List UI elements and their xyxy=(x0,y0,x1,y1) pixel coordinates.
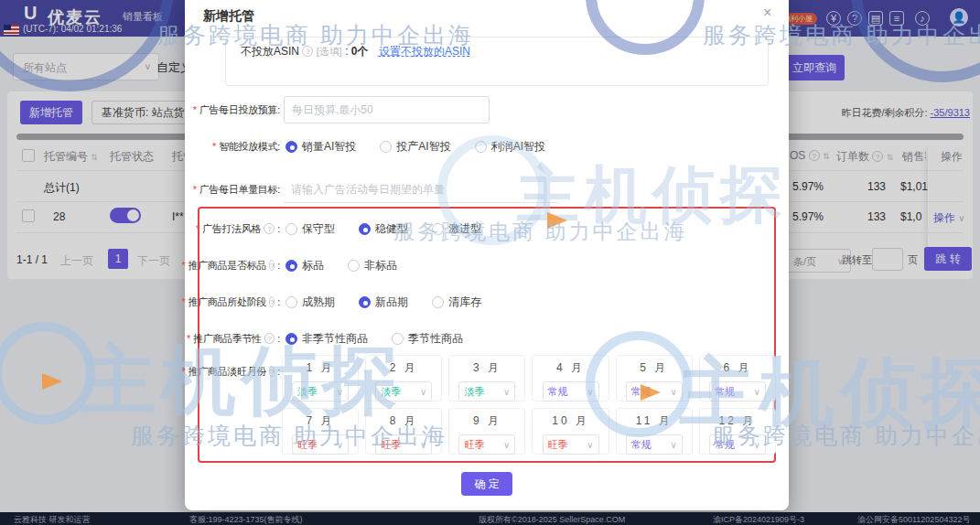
chevron-down-icon: ∨ xyxy=(754,387,760,397)
asin-exclude-row: 不投放ASIN ? [选填] : 0个 设置不投放的ASIN xyxy=(241,44,470,59)
radio-option[interactable]: 利润AI智投 xyxy=(475,139,545,155)
radio-icon xyxy=(359,223,371,235)
month-cell: 6 月常规∨ xyxy=(699,355,776,402)
month-cell: 10 月旺季∨ xyxy=(532,408,608,455)
ad-style-label: *广告打法风格?: xyxy=(187,220,280,238)
season-select[interactable]: 淡季∨ xyxy=(375,381,432,402)
help-icon[interactable]: ? xyxy=(269,260,275,271)
optional-tag: [选填] xyxy=(317,46,342,57)
month-cell: 9 月旺季∨ xyxy=(448,408,525,455)
footer-bar: 云雅科技 研发和运营 客服:199-4223-1735(售前专线) 版权所有©2… xyxy=(0,512,980,525)
radio-option[interactable]: 成熟期 xyxy=(285,295,335,310)
radio-option[interactable]: 保守型 xyxy=(285,221,335,237)
close-icon[interactable]: × xyxy=(763,5,771,21)
add-hosting-modal: 新增托管 × 不投放ASIN ? [选填] : 0个 设置不投放的ASIN *广… xyxy=(185,0,789,510)
radio-icon xyxy=(392,333,404,345)
season-select[interactable]: 旺季∨ xyxy=(543,434,599,455)
radio-option[interactable]: 销量AI智投 xyxy=(285,139,356,155)
radio-option[interactable]: 标品 xyxy=(285,258,324,273)
chevron-down-icon: ∨ xyxy=(587,387,593,397)
season-select[interactable]: 常规∨ xyxy=(709,381,766,402)
month-cell: 12 月常规∨ xyxy=(699,408,776,455)
radio-icon xyxy=(432,296,444,308)
month-cell: 4 月常规∨ xyxy=(532,355,608,402)
smart-mode-label: *智能投放模式: xyxy=(187,137,280,155)
radio-option[interactable]: 新品期 xyxy=(359,295,408,310)
budget-label: *广告每日投放预算: xyxy=(187,96,280,123)
standard-product-label: *推广商品是否标品?: xyxy=(187,256,280,274)
chevron-down-icon: ∨ xyxy=(420,387,426,397)
radio-option[interactable]: 投产AI智投 xyxy=(380,139,450,155)
season-select[interactable]: 旺季∨ xyxy=(292,434,349,455)
radio-icon xyxy=(285,260,297,272)
standard-product-radio-group: 标品 非标品 xyxy=(285,256,397,274)
ad-style-radio-group: 保守型 稳健型 激进型 xyxy=(285,220,481,238)
chevron-down-icon: ∨ xyxy=(503,440,510,450)
chevron-down-icon: ∨ xyxy=(420,440,426,450)
asin-label: 不投放ASIN xyxy=(241,45,299,58)
page: U 优麦云 销量看板 (UTC-7): 04/02 01:21:36 福利小屋 … xyxy=(0,0,980,525)
chevron-down-icon: ∨ xyxy=(337,440,343,450)
smart-mode-radio-group: 销量AI智投 投产AI智投 利润AI智投 xyxy=(285,137,545,155)
season-select[interactable]: 常规∨ xyxy=(543,381,599,402)
radio-option[interactable]: 清库存 xyxy=(432,295,481,310)
radio-icon xyxy=(432,223,444,235)
months-label: *推广商品淡旺月份?: xyxy=(187,362,280,380)
daily-budget-input[interactable] xyxy=(284,96,490,123)
confirm-button[interactable]: 确 定 xyxy=(461,472,512,496)
footer-company: 云雅科技 研发和运营 xyxy=(14,514,91,525)
seasonality-radio-group: 非季节性商品 季节性商品 xyxy=(285,329,463,348)
chevron-down-icon: ∨ xyxy=(503,387,510,397)
set-excluded-asin-link[interactable]: 设置不投放的ASIN xyxy=(379,45,470,58)
footer-icp-link[interactable]: 渝ICP备2024021909号-3 xyxy=(713,514,804,525)
chevron-down-icon: ∨ xyxy=(670,440,676,450)
month-cell: 8 月旺季∨ xyxy=(365,408,442,455)
footer-copyright: 版权所有©2018-2025 SellerSpace.COM xyxy=(479,514,625,525)
help-icon[interactable]: ? xyxy=(264,333,275,344)
radio-icon xyxy=(285,141,297,153)
radio-option[interactable]: 非季节性商品 xyxy=(285,331,368,347)
month-cell: 7 月旺季∨ xyxy=(282,408,359,455)
chevron-down-icon: ∨ xyxy=(337,387,343,397)
modal-title: 新增托管 xyxy=(203,8,254,25)
help-icon[interactable]: ? xyxy=(269,296,275,307)
month-cell: 1 月淡季∨ xyxy=(282,355,359,402)
radio-icon xyxy=(359,296,371,308)
season-select[interactable]: 常规∨ xyxy=(626,434,683,455)
footer-service-phone: 客服:199-4223-1735(售前专线) xyxy=(189,514,303,525)
month-cell: 3 月淡季∨ xyxy=(448,355,525,402)
radio-option[interactable]: 稳健型 xyxy=(359,221,408,237)
season-select[interactable]: 常规∨ xyxy=(709,434,766,455)
colon: : xyxy=(345,45,348,58)
month-cell: 2 月淡季∨ xyxy=(365,355,442,402)
radio-option[interactable]: 非标品 xyxy=(348,258,397,273)
season-select[interactable]: 旺季∨ xyxy=(375,434,432,455)
chevron-down-icon: ∨ xyxy=(754,440,760,450)
radio-option[interactable]: 季节性商品 xyxy=(392,331,463,347)
chevron-down-icon: ∨ xyxy=(587,440,593,450)
chevron-down-icon: ∨ xyxy=(670,387,676,397)
product-stage-label: *推广商品所处阶段?: xyxy=(187,293,280,311)
help-icon[interactable]: ? xyxy=(302,46,313,57)
radio-icon xyxy=(475,141,487,153)
radio-icon xyxy=(285,223,297,235)
asin-exclude-box: 不投放ASIN ? [选填] : 0个 设置不投放的ASIN xyxy=(225,37,769,86)
month-cell: 11 月常规∨ xyxy=(616,408,693,455)
radio-icon xyxy=(285,333,297,345)
footer-police-link[interactable]: 渝公网安备50011202504322号 xyxy=(857,514,970,525)
season-select[interactable]: 淡季∨ xyxy=(458,381,515,402)
months-grid: 1 月淡季∨ 2 月淡季∨ 3 月淡季∨ 4 月常规∨ 5 月常规∨ 6 月常规… xyxy=(282,355,776,455)
help-icon[interactable]: ? xyxy=(269,366,275,377)
season-select[interactable]: 常规∨ xyxy=(626,381,683,402)
daily-order-target-input[interactable] xyxy=(284,176,558,203)
order-target-label: *广告每日单量目标: xyxy=(187,176,280,203)
month-cell: 5 月常规∨ xyxy=(616,355,693,402)
help-icon[interactable]: ? xyxy=(264,223,275,234)
product-stage-radio-group: 成熟期 新品期 清库存 xyxy=(285,293,481,311)
seasonality-label: *推广商品季节性?: xyxy=(187,329,280,348)
season-select[interactable]: 旺季∨ xyxy=(458,434,515,455)
season-select[interactable]: 淡季∨ xyxy=(292,381,349,402)
radio-icon xyxy=(348,260,360,272)
radio-icon xyxy=(380,141,392,153)
radio-option[interactable]: 激进型 xyxy=(432,221,481,237)
